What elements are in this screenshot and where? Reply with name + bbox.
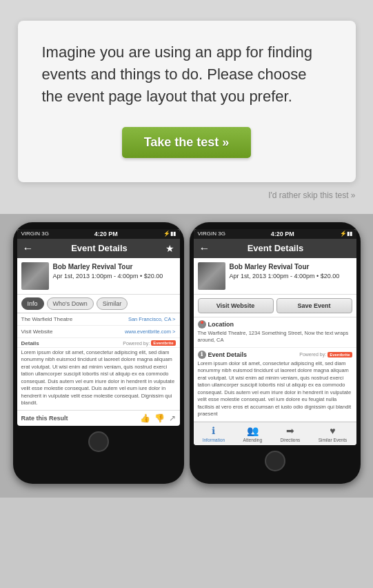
thumbs-down-icon[interactable]: 👎 [154, 413, 165, 423]
venue-location-1[interactable]: San Francisco, CA > [128, 316, 176, 322]
phone-2-nav: ← Event Details [194, 239, 356, 258]
phone-2-actions: Visit Website Save Event [194, 295, 356, 317]
visit-website-button-2[interactable]: Visit Website [198, 298, 274, 313]
phone-2-status-bar: VIRGIN 3G 4:20 PM ⚡▮▮ [194, 229, 356, 239]
attending-label: Attending [243, 438, 262, 442]
location-text-2: The Warfield Theatre, 1234 Something Str… [198, 330, 352, 344]
phone-1-screen: VIRGIN 3G 4:20 PM ⚡▮▮ ← Event Details ★ … [17, 229, 180, 426]
share-icon[interactable]: ↗ [169, 413, 176, 423]
similar-icon: ♥ [330, 425, 335, 436]
details-title-2: ℹ Event Details [198, 351, 248, 359]
phone-2-screen: VIRGIN 3G 4:20 PM ⚡▮▮ ← Event Details Bo… [194, 229, 356, 445]
save-event-button-2[interactable]: Save Event [276, 298, 352, 313]
event-image-2 [198, 262, 225, 290]
tab-similar-1[interactable]: Similar [97, 297, 128, 310]
phone-1-status-bar: VIRGIN 3G 4:20 PM ⚡▮▮ [17, 229, 180, 239]
instruction-card: Imagine you are using an app for finding… [18, 21, 356, 182]
details-body-2: Lorem ipsum dolor sit amet, consectetur … [198, 360, 352, 418]
event-date-2: Apr 1st, 2013 1:00pm - 4:00pm • $20.00 [230, 272, 340, 281]
attending-icon: 👥 [247, 425, 259, 436]
carrier-2: VIRGIN 3G [198, 231, 225, 237]
bottom-tab-attending[interactable]: 👥 Attending [243, 425, 262, 442]
time-2: 4:20 PM [271, 231, 294, 237]
take-test-button[interactable]: Take the test » [122, 127, 252, 158]
phone-1-event-header: Bob Marley Revival Tour Apr 1st, 2013 1:… [17, 258, 180, 295]
event-thumb-1 [21, 262, 49, 290]
star-icon-1[interactable]: ★ [165, 243, 174, 254]
directions-icon: ➡ [286, 425, 294, 436]
eventbrite-badge-1: Eventbrite [151, 340, 175, 346]
phone-2-bottom-tabs: ℹ Information 👥 Attending ➡ Directions ♥… [194, 422, 356, 445]
top-section: Imagine you are using an app for finding… [0, 0, 373, 214]
signal-2: ⚡▮▮ [340, 231, 352, 237]
information-label: Information [203, 438, 225, 442]
location-icon-2: 📍 [198, 320, 206, 329]
eventbrite-badge-2: Eventbrite [327, 352, 352, 357]
phone-1-tabs: Info Who's Down Similar [17, 295, 180, 313]
visit-value-1[interactable]: www.eventbrite.com > [125, 329, 176, 335]
phone-1: VIRGIN 3G 4:20 PM ⚡▮▮ ← Event Details ★ … [13, 222, 184, 484]
similar-label: Similar Events [319, 438, 347, 442]
venue-name-1: The Warfield Theatre [21, 316, 73, 322]
nav-title-1: Event Details [71, 243, 128, 253]
information-icon: ℹ [212, 425, 215, 436]
tab-whos-down-1[interactable]: Who's Down [47, 297, 94, 310]
back-button-1[interactable]: ← [23, 242, 34, 255]
event-thumb-2 [198, 262, 225, 290]
powered-by-1: Powered by: Eventbrite [123, 340, 175, 346]
rate-section-1: Rate this Result 👍 👎 ↗ [17, 410, 180, 426]
phone-2-home-button[interactable] [265, 451, 285, 471]
event-info-2: Bob Marley Revival Tour Apr 1st, 2013 1:… [230, 262, 340, 290]
event-date-1: Apr 1st, 2013 1:00pm - 4:00pm • $20.00 [53, 272, 163, 281]
skip-link[interactable]: I'd rather skip this test » [268, 190, 355, 200]
details-label-1: Details [21, 340, 39, 346]
details-section-2: ℹ Event Details Powered by: Eventbrite L… [194, 348, 356, 422]
details-title-row-2: ℹ Event Details Powered by: Eventbrite [198, 351, 352, 359]
bottom-tab-directions[interactable]: ➡ Directions [280, 425, 300, 442]
bottom-tab-similar[interactable]: ♥ Similar Events [319, 425, 347, 442]
visit-label-1: Visit Website [21, 329, 53, 335]
directions-label: Directions [280, 438, 300, 442]
event-title-2: Bob Marley Revival Tour [230, 262, 340, 272]
details-header-1: Details Powered by: Eventbrite [17, 338, 180, 348]
event-image-1 [21, 262, 49, 290]
time-1: 4:20 PM [94, 231, 118, 237]
location-section-2: 📍 Location The Warfield Theatre, 1234 So… [194, 317, 356, 348]
back-button-2[interactable]: ← [199, 242, 210, 255]
phone-1-home-button[interactable] [88, 431, 109, 452]
details-body-1: Lorem ipsum dolor sit amet, consectetur … [17, 348, 180, 410]
skip-section: I'd rather skip this test » [18, 190, 356, 200]
phone-1-nav: ← Event Details ★ [17, 239, 180, 258]
rate-icons-1: 👍 👎 ↗ [140, 413, 176, 423]
event-title-1: Bob Marley Revival Tour [53, 262, 163, 272]
instruction-text: Imagine you are using an app for finding… [42, 41, 332, 108]
location-title-2: 📍 Location [198, 320, 352, 329]
powered-text-1: Powered by: [123, 341, 150, 346]
rate-label-1: Rate this Result [21, 415, 68, 422]
venue-row-1: The Warfield Theatre San Francisco, CA > [17, 313, 180, 326]
phone-2: VIRGIN 3G 4:20 PM ⚡▮▮ ← Event Details Bo… [190, 222, 361, 484]
phone-2-event-header: Bob Marley Revival Tour Apr 1st, 2013 1:… [194, 258, 356, 295]
info-icon-2: ℹ [198, 351, 206, 359]
phones-section: VIRGIN 3G 4:20 PM ⚡▮▮ ← Event Details ★ … [0, 214, 373, 498]
thumbs-up-icon[interactable]: 👍 [140, 413, 150, 423]
event-info-1: Bob Marley Revival Tour Apr 1st, 2013 1:… [53, 262, 163, 290]
signal-1: ⚡▮▮ [163, 231, 176, 237]
visit-website-row-1: Visit Website www.eventbrite.com > [17, 326, 180, 338]
powered-by-2: Powered by: Eventbrite [299, 352, 352, 357]
nav-title-2: Event Details [248, 243, 304, 253]
carrier-1: VIRGIN 3G [21, 231, 49, 237]
bottom-tab-information[interactable]: ℹ Information [203, 425, 225, 442]
tab-info-1[interactable]: Info [21, 297, 44, 310]
